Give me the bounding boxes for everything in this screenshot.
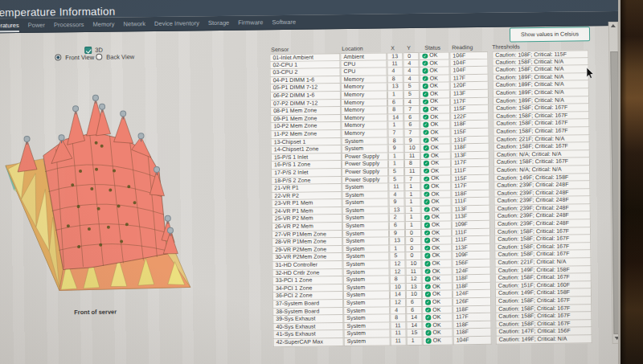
ok-check-icon — [424, 145, 429, 151]
cell-status: OK — [420, 113, 450, 121]
cell-reading: 111F — [452, 229, 490, 237]
cell-x: 12 — [389, 260, 405, 268]
cell-reading: 118F — [453, 321, 491, 329]
cell-x: 6 — [387, 99, 403, 107]
cell-reading: 111F — [451, 167, 489, 175]
ok-check-icon — [424, 223, 430, 228]
ok-check-icon — [425, 300, 431, 305]
tab-processors[interactable]: Processors — [54, 18, 84, 31]
cell-y: 7 — [403, 129, 420, 137]
cell-status: OK — [420, 75, 450, 83]
cell-x: 12 — [390, 268, 406, 276]
cell-status: OK — [421, 260, 452, 268]
cell-status: OK — [420, 98, 450, 106]
cell-x: 2 — [389, 215, 405, 223]
cell-status: OK — [421, 222, 452, 230]
cell-status: OK — [420, 106, 450, 114]
cell-reading: 122F — [450, 113, 489, 121]
cell-status: OK — [420, 167, 451, 175]
cell-y: 1 — [404, 183, 420, 191]
cell-reading: 109F — [452, 252, 490, 260]
cell-y: 14 — [406, 314, 422, 322]
cell-y: 11 — [404, 168, 420, 176]
cell-reading: 118F — [451, 144, 489, 152]
cell-reading: 117F — [453, 313, 491, 321]
ok-check-icon — [424, 215, 430, 220]
cell-status: OK — [420, 129, 450, 137]
ok-check-icon — [425, 268, 431, 274]
cell-y: 13 — [406, 284, 422, 292]
cell-x: 5 — [388, 176, 404, 184]
cell-y: 4 — [403, 98, 420, 106]
col-header-x: X — [391, 45, 395, 51]
show-celsius-button[interactable]: Show values in Celsius — [510, 27, 590, 42]
cell-status: OK — [422, 283, 453, 291]
cell-x: 1 — [387, 91, 403, 99]
cell-x: 1 — [388, 160, 404, 168]
cell-y: 0 — [405, 245, 421, 253]
ok-check-icon — [424, 253, 430, 259]
ok-check-icon — [424, 261, 430, 267]
col-header-reading: Reading — [452, 44, 473, 50]
ok-check-icon — [423, 107, 428, 112]
ok-check-icon — [425, 307, 431, 313]
cell-status: OK — [422, 276, 453, 284]
tab-memory[interactable]: Memory — [92, 18, 114, 31]
tab-software[interactable]: Software — [272, 15, 296, 29]
cell-reading: 156F — [452, 260, 490, 268]
ok-check-icon — [423, 115, 428, 121]
3d-checkbox[interactable] — [84, 47, 92, 54]
cell-status: OK — [423, 329, 453, 337]
col-header-location: Location — [342, 46, 363, 51]
tab-device-inventory[interactable]: Device Inventory — [154, 16, 199, 31]
cell-x: 11 — [390, 322, 406, 330]
cell-x: 6 — [389, 222, 405, 230]
ok-check-icon — [426, 330, 432, 336]
cell-y: 15 — [407, 329, 423, 337]
cell-status: OK — [420, 190, 451, 198]
cell-x: 13 — [389, 207, 405, 215]
cell-x: 1 — [388, 153, 404, 161]
tab-storage[interactable]: Storage — [208, 16, 229, 30]
cell-reading: 118F — [450, 121, 489, 129]
tab-power[interactable]: Power — [28, 18, 45, 32]
col-header-y: Y — [407, 45, 411, 51]
cell-y: 12 — [406, 276, 422, 284]
cell-x: 1 — [389, 245, 405, 253]
cell-status: OK — [420, 67, 450, 76]
cell-reading: 117F — [451, 182, 489, 190]
cell-x: 7 — [387, 129, 403, 137]
cell-y: 10 — [405, 260, 421, 268]
cell-location: System — [344, 337, 391, 346]
col-header-thresholds: Thresholds — [492, 43, 520, 49]
tab-network[interactable]: Network — [123, 17, 145, 31]
ok-check-icon — [423, 76, 428, 82]
cell-y: 10 — [406, 291, 422, 299]
cell-y: 6 — [406, 306, 422, 314]
cell-y: 0 — [405, 252, 421, 260]
scroll-up-icon[interactable] — [611, 24, 616, 27]
ok-check-icon — [423, 68, 428, 74]
cell-status: OK — [422, 268, 453, 276]
cell-x: 5 — [389, 253, 405, 261]
col-header-status: Status — [424, 45, 440, 51]
tab-temperatures[interactable]: Temperatures — [0, 18, 19, 33]
ok-check-icon — [422, 60, 428, 66]
cell-status: OK — [420, 183, 451, 191]
cell-y: 5 — [403, 83, 420, 91]
cell-x: 8 — [388, 137, 404, 145]
ok-check-icon — [423, 122, 428, 128]
3d-checkbox-label: 3D — [95, 47, 103, 54]
ok-check-icon — [424, 246, 430, 252]
cell-x: 8 — [387, 106, 403, 114]
cell-reading: 118F — [453, 275, 491, 283]
cell-reading: 111F — [452, 236, 490, 244]
cell-status: OK — [420, 152, 451, 160]
cell-x: 4 — [390, 307, 406, 315]
cell-sensor: 42-SuperCAP Max — [273, 338, 344, 347]
cell-y: 4 — [403, 76, 420, 84]
cell-status: OK — [422, 298, 453, 306]
tab-firmware[interactable]: Firmware — [238, 15, 263, 29]
cell-reading: 104F — [453, 337, 492, 345]
ok-check-icon — [425, 276, 431, 282]
